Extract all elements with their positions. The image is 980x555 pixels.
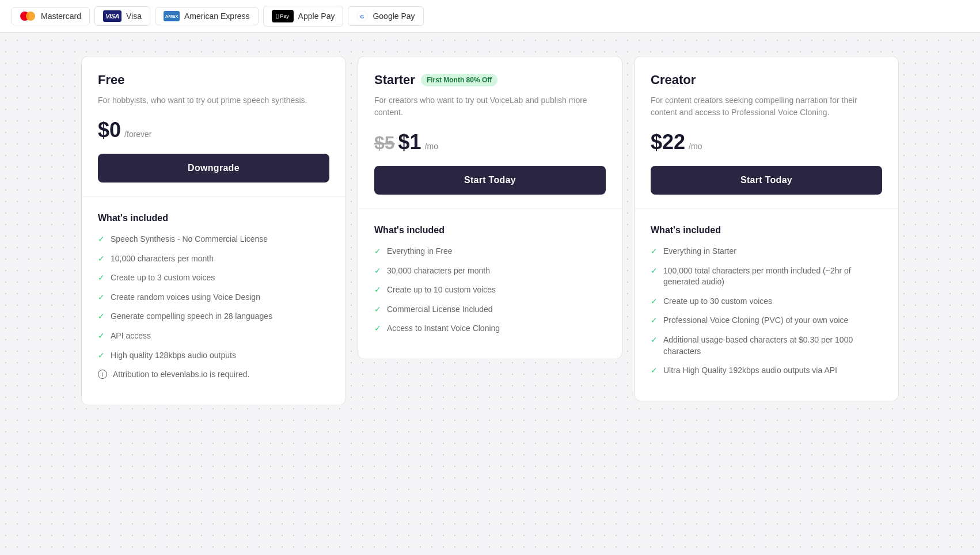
- check-icon: ✓: [98, 254, 105, 263]
- list-item: ✓ Additional usage-based characters at $…: [651, 334, 882, 357]
- check-icon: ✓: [374, 324, 381, 333]
- feature-text: Additional usage-based characters at $0.…: [663, 334, 882, 357]
- plan-creator-button[interactable]: Start Today: [651, 166, 882, 195]
- plan-free-price: $0: [98, 118, 121, 142]
- plan-starter-title: Starter: [374, 73, 415, 88]
- plan-starter-price-row: $5 $1 /mo: [374, 130, 606, 154]
- check-icon: ✓: [98, 234, 105, 244]
- payment-applepay:  Pay Apple Pay: [263, 6, 344, 26]
- feature-text: Everything in Starter: [663, 246, 736, 257]
- list-item: ✓ Everything in Starter: [651, 246, 882, 257]
- list-item: ✓ Generate compelling speech in 28 langu…: [98, 311, 329, 322]
- info-icon: i: [98, 370, 107, 379]
- list-item: ✓ 30,000 characters per month: [374, 265, 606, 277]
- feature-text: Create random voices using Voice Design: [111, 292, 260, 303]
- feature-text: 10,000 characters per month: [111, 253, 214, 265]
- feature-text: 100,000 total characters per month inclu…: [663, 265, 882, 288]
- feature-text: Commercial License Included: [387, 304, 493, 315]
- check-icon: ✓: [651, 266, 658, 275]
- plan-creator: Creator For content creators seeking com…: [634, 56, 899, 401]
- payment-googlepay: G Google Pay: [348, 6, 423, 26]
- feature-text: Access to Instant Voice Cloning: [387, 323, 500, 334]
- feature-text: Create up to 3 custom voices: [111, 272, 215, 284]
- plan-free-title: Free: [98, 73, 124, 88]
- payment-amex: AMEX American Express: [155, 7, 259, 25]
- plan-free-price-row: $0 /forever: [98, 118, 329, 142]
- payment-bar: Mastercard VISA Visa AMEX American Expre…: [0, 0, 980, 33]
- feature-text: Generate compelling speech in 28 languag…: [111, 311, 272, 322]
- list-item: ✓ 100,000 total characters per month inc…: [651, 265, 882, 288]
- plan-starter-button[interactable]: Start Today: [374, 166, 606, 195]
- list-item: ✓ Professional Voice Cloning (PVC) of yo…: [651, 315, 882, 326]
- svg-text:G: G: [360, 14, 364, 20]
- plan-free-header: Free For hobbyists, who want to try out …: [82, 56, 345, 197]
- feature-text: High quality 128kbps audio outputs: [111, 350, 236, 362]
- applepay-icon:  Pay: [272, 10, 294, 22]
- list-item: ✓ API access: [98, 330, 329, 342]
- plan-creator-header: Creator For content creators seeking com…: [635, 56, 898, 209]
- plan-creator-features-title: What's included: [651, 225, 882, 235]
- feature-text: 30,000 characters per month: [387, 265, 490, 277]
- list-item: ✓ Speech Synthesis - No Commercial Licen…: [98, 234, 329, 245]
- list-item: ✓ Create random voices using Voice Desig…: [98, 292, 329, 303]
- plans-container: Free For hobbyists, who want to try out …: [70, 33, 910, 428]
- plan-creator-title: Creator: [651, 73, 696, 88]
- feature-text: Create up to 10 custom voices: [387, 284, 496, 296]
- check-icon: ✓: [98, 351, 105, 360]
- check-icon: ✓: [651, 335, 658, 344]
- list-item: ✓ Access to Instant Voice Cloning: [374, 323, 606, 334]
- check-icon: ✓: [374, 266, 381, 275]
- plan-creator-description: For content creators seeking compelling …: [651, 94, 882, 119]
- check-icon: ✓: [651, 246, 658, 256]
- plan-creator-price-suffix: /mo: [689, 142, 702, 151]
- check-icon: ✓: [374, 305, 381, 314]
- plan-starter-description: For creators who want to try out VoiceLa…: [374, 94, 606, 119]
- feature-text: Ultra High Quality 192kbps audio outputs…: [663, 365, 837, 377]
- plan-starter-features: What's included ✓ Everything in Free ✓ 3…: [358, 209, 622, 359]
- mastercard-icon: [20, 11, 36, 21]
- googlepay-icon: G: [356, 10, 368, 22]
- plan-free-title-row: Free: [98, 73, 329, 88]
- plan-starter-features-title: What's included: [374, 225, 606, 235]
- plan-starter-title-row: Starter First Month 80% Off: [374, 73, 606, 88]
- list-item: ✓ Create up to 3 custom voices: [98, 272, 329, 284]
- plan-starter-header: Starter First Month 80% Off For creators…: [358, 56, 622, 209]
- list-item: ✓ Create up to 10 custom voices: [374, 284, 606, 296]
- plan-creator-features: What's included ✓ Everything in Starter …: [635, 209, 898, 401]
- check-icon: ✓: [651, 366, 658, 375]
- check-icon: ✓: [98, 331, 105, 340]
- applepay-label: Apple Pay: [298, 12, 335, 21]
- feature-text: Everything in Free: [387, 246, 453, 257]
- plan-free-price-suffix: /forever: [124, 130, 151, 139]
- plan-free-button[interactable]: Downgrade: [98, 154, 329, 183]
- plan-starter-price: $1: [398, 130, 421, 154]
- list-item: ✓ Create up to 30 custom voices: [651, 296, 882, 307]
- amex-icon: AMEX: [164, 11, 180, 21]
- plan-free-features: What's included ✓ Speech Synthesis - No …: [82, 197, 345, 405]
- plan-free-description: For hobbyists, who want to try out prime…: [98, 94, 329, 107]
- plan-free: Free For hobbyists, who want to try out …: [81, 56, 346, 405]
- list-item: ✓ Commercial License Included: [374, 304, 606, 315]
- visa-icon: VISA: [103, 10, 121, 22]
- list-item: i Attribution to elevenlabs.io is requir…: [98, 369, 329, 381]
- plan-starter: Starter First Month 80% Off For creators…: [358, 56, 622, 359]
- feature-text: Professional Voice Cloning (PVC) of your…: [663, 315, 848, 326]
- amex-label: American Express: [184, 12, 250, 21]
- check-icon: ✓: [98, 292, 105, 302]
- plan-free-features-title: What's included: [98, 213, 329, 223]
- googlepay-label: Google Pay: [373, 12, 415, 21]
- list-item: ✓ 10,000 characters per month: [98, 253, 329, 265]
- plan-creator-price: $22: [651, 130, 685, 154]
- plan-starter-price-suffix: /mo: [425, 142, 438, 151]
- payment-visa: VISA Visa: [94, 6, 150, 26]
- list-item: ✓ High quality 128kbps audio outputs: [98, 350, 329, 362]
- feature-text: Create up to 30 custom voices: [663, 296, 772, 307]
- list-item: ✓ Everything in Free: [374, 246, 606, 257]
- check-icon: ✓: [98, 273, 105, 282]
- discount-badge: First Month 80% Off: [421, 74, 497, 86]
- plan-starter-price-original: $5: [374, 132, 395, 154]
- plan-creator-title-row: Creator: [651, 73, 882, 88]
- feature-text: Speech Synthesis - No Commercial License: [111, 234, 268, 245]
- check-icon: ✓: [98, 311, 105, 321]
- check-icon: ✓: [651, 296, 658, 306]
